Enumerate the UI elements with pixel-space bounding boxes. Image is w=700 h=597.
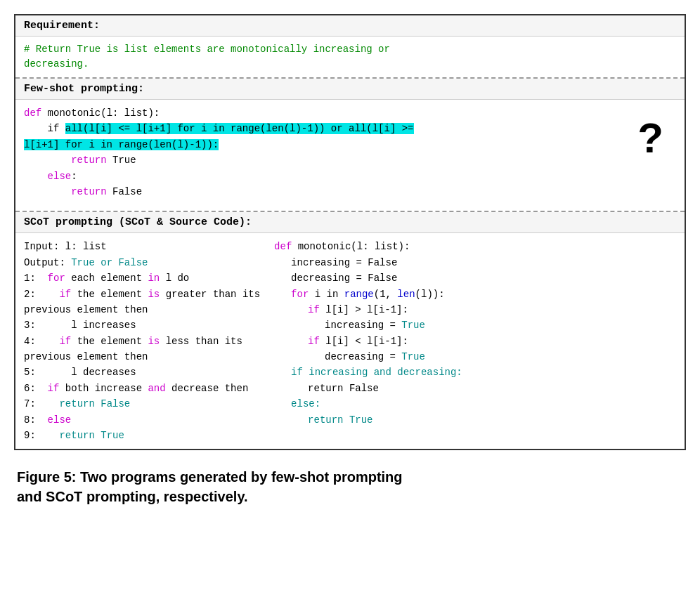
sc-line7: if l[i] < l[i-1]: <box>274 334 676 349</box>
sc-line6: increasing = True <box>274 317 676 333</box>
scot-source-code: def monotonic(l: list): increasing = Fal… <box>274 239 676 428</box>
requirement-section: Requirement: # Return True is list eleme… <box>15 15 685 79</box>
sc-line11: else: <box>274 396 676 412</box>
fewshot-header: Few-shot prompting: <box>15 79 685 100</box>
requirement-header: Requirement: <box>15 15 685 37</box>
sc-line12: return True <box>274 412 676 428</box>
scot-header: SCoT prompting (SCoT & Source Code): <box>15 212 685 233</box>
sc-line5: if l[i] > l[i-1]: <box>274 302 676 317</box>
fewshot-section: Few-shot prompting: def monotonic(l: lis… <box>15 79 685 212</box>
scot-step9: 9: return True <box>24 428 260 443</box>
scot-left-column: Input: l: list Output: True or False 1: … <box>24 239 260 443</box>
scot-content: Input: l: list Output: True or False 1: … <box>15 233 685 449</box>
fewshot-line3: l[i+1] for i in range(len(l)-1)): <box>24 137 676 152</box>
figure-caption: Figure 5: Two programs generated by few-… <box>14 467 686 506</box>
sc-line1: def monotonic(l: list): <box>274 239 676 254</box>
scot-step8: 8: else <box>24 412 260 428</box>
fewshot-line4: return True <box>24 152 676 168</box>
sc-line3: decreasing = False <box>274 270 676 286</box>
fewshot-line5: else: <box>24 169 676 184</box>
scot-input: Input: l: list <box>24 239 260 254</box>
requirement-text: # Return True is list elements are monot… <box>24 42 676 72</box>
scot-step6: 6: if both increase and decrease then <box>24 381 260 396</box>
figure-caption-line1: Figure 5: Two programs generated by few-… <box>17 467 683 487</box>
sc-line4: for i in range(1, len(l)): <box>274 287 676 302</box>
scot-step2b: previous element then <box>24 302 260 317</box>
scot-section: SCoT prompting (SCoT & Source Code): Inp… <box>15 212 685 449</box>
scot-two-column: Input: l: list Output: True or False 1: … <box>24 239 676 443</box>
fewshot-code: def monotonic(l: list): if all(l[i] <= l… <box>24 105 676 199</box>
sc-line8: decreasing = True <box>274 349 676 365</box>
sc-line9: if increasing and decreasing: <box>274 365 676 380</box>
req-line2: decreasing. <box>24 58 89 70</box>
scot-pseudocode: Input: l: list Output: True or False 1: … <box>24 239 260 443</box>
scot-right-column: def monotonic(l: list): increasing = Fal… <box>274 239 676 443</box>
sc-line10: return False <box>274 381 676 396</box>
scot-step5: 5: l decreases <box>24 365 260 380</box>
fewshot-content: def monotonic(l: list): if all(l[i] <= l… <box>15 100 685 211</box>
scot-step1: 1: for each element in l do <box>24 270 260 286</box>
scot-step4a: 4: if the element is less than its <box>24 334 260 349</box>
figure-caption-line2: and SCoT prompting, respectively. <box>17 487 683 506</box>
main-figure-box: Requirement: # Return True is list eleme… <box>14 14 686 450</box>
scot-output: Output: True or False <box>24 255 260 270</box>
scot-step7: 7: return False <box>24 396 260 412</box>
question-mark-symbol: ? <box>637 114 663 162</box>
scot-step2a: 2: if the element is greater than its <box>24 287 260 302</box>
sc-line2: increasing = False <box>274 255 676 270</box>
fewshot-line1: def monotonic(l: list): <box>24 105 676 121</box>
scot-step3: 3: l increases <box>24 317 260 333</box>
fewshot-line2: if all(l[i] <= l[i+1] for i in range(len… <box>24 121 676 136</box>
req-line1: # Return True is list elements are monot… <box>24 44 390 55</box>
requirement-content: # Return True is list elements are monot… <box>15 37 685 77</box>
scot-step4b: previous element then <box>24 349 260 365</box>
fewshot-line6: return False <box>24 184 676 199</box>
